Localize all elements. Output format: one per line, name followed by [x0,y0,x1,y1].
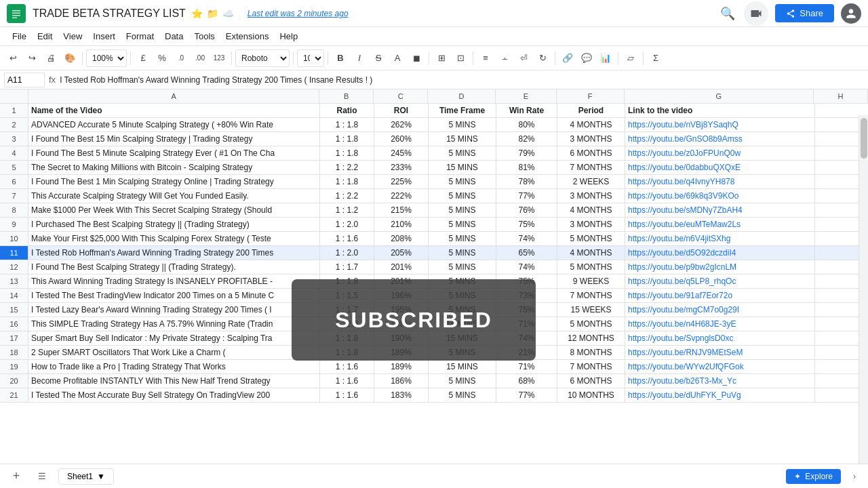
cell-g[interactable]: https://youtu.be/b26T3-Mx_Yc [625,374,815,388]
meet-button[interactable] [744,1,768,26]
font-select[interactable]: Roboto Arial [235,49,290,67]
cell-d[interactable]: 5 MINS [429,203,496,217]
table-row[interactable]: 3 I Found The Best 15 Min Scalping Strat… [0,132,868,146]
cell-a[interactable]: Super Smart Buy Sell Indicator : My Priv… [28,331,320,345]
video-link[interactable]: https://youtu.be/p9bw2gIcnLM [628,262,736,272]
cell-a[interactable]: I Tested Lazy Bear's Award Winning Tradi… [28,303,320,317]
cell-e[interactable]: 78% [496,175,557,188]
menu-data[interactable]: Data [159,28,189,44]
cloud-icon[interactable]: ☁️ [222,8,234,19]
cell-a[interactable]: How to Trade like a Pro | Trading Strate… [28,360,320,373]
cell-d[interactable]: 5 MINS [429,388,496,402]
cell-f[interactable]: 15 WEEKS [557,303,625,317]
cell-b[interactable]: 1 : 1.8 [320,175,374,188]
cell-g[interactable]: https://youtu.be/sMDNy7ZbAH4 [625,203,815,217]
cell-f[interactable]: 9 WEEKS [557,274,625,288]
cell-c[interactable]: 201% [374,260,429,274]
functions-button[interactable]: Σ [647,49,665,67]
bold-button[interactable]: B [332,49,349,67]
video-link[interactable]: https://youtu.be/GnSO8b9Amss [628,134,743,144]
cell-g[interactable]: https://youtu.be/q4IvnyYH878 [625,175,815,188]
cell-g[interactable]: https://youtu.be/euMTeMaw2Ls [625,218,815,231]
percent-button[interactable]: % [153,49,171,67]
cell-g[interactable]: https://youtu.be/z0JoFPUnQ0w [625,146,815,160]
cell-c[interactable]: 208% [374,232,429,245]
col-header-b[interactable]: B [319,89,374,103]
align-v-button[interactable]: ⫠ [496,49,513,67]
sheet-tab[interactable]: Sheet1 ▼ [58,468,114,485]
col-header-a[interactable]: A [28,89,319,103]
menu-view[interactable]: View [58,28,87,44]
cell-a[interactable]: I Tested The Most Accurate Buy Sell Stra… [28,388,320,402]
table-row[interactable]: 11 I Tested Rob Hoffman's Award Winning … [0,246,868,260]
col-header-d[interactable]: D [428,89,496,103]
menu-edit[interactable]: Edit [32,28,58,44]
cell-b[interactable]: 1 : 1.8 [320,146,374,160]
menu-insert[interactable]: Insert [87,28,121,44]
cell-f[interactable]: 3 MONTHS [557,189,625,203]
cell-c[interactable]: 245% [374,146,429,160]
cell-f[interactable]: 5 MONTHS [557,260,625,274]
table-row[interactable]: 5 The Secret to Making Millions with Bit… [0,161,868,175]
cell-g[interactable]: https://youtu.be/n4H68JE-3yE [625,317,815,331]
cell-b[interactable]: 1 : 1.6 [320,388,374,402]
cell-b[interactable]: 1 : 1.8 [320,118,374,131]
cell-g[interactable]: https://youtu.be/RNJV9MEtSeM [625,346,815,359]
cell-c[interactable]: 222% [374,189,429,203]
menu-format[interactable]: Format [121,28,159,44]
cell-c[interactable]: 205% [374,246,429,260]
cell-a[interactable]: I Found The Best Scalping Strategy || (T… [28,260,320,274]
cell-d[interactable]: 15 MINS [429,360,496,373]
cell-e[interactable]: 65% [496,246,557,260]
chart-button[interactable]: 📊 [597,49,614,67]
cell-e[interactable]: 82% [496,132,557,146]
cell-g[interactable]: https://youtu.be/q5LP8_rhqOc [625,274,815,288]
cell-d[interactable]: 15 MINS [429,161,496,174]
cell-e[interactable]: 81% [496,161,557,174]
zoom-select[interactable]: 100% 75% 125% [86,49,127,67]
table-row[interactable]: 20 Become Profitable INSTANTLY With This… [0,374,868,388]
table-row[interactable]: 12 I Found The Best Scalping Strategy ||… [0,260,868,274]
video-link[interactable]: https://youtu.be/d5O92dczdiI4 [628,248,736,258]
table-row[interactable]: 2 ADVANCED Accurate 5 Minute Scalping St… [0,118,868,132]
cell-c[interactable]: 225% [374,175,429,188]
font-size-select[interactable]: 10 12 14 [297,49,324,67]
borders-button[interactable]: ⊞ [433,49,450,67]
video-link[interactable]: https://youtu.be/sMDNy7ZbAH4 [628,205,743,215]
col-header-c[interactable]: C [374,89,428,103]
menu-help[interactable]: Help [274,28,303,44]
table-row[interactable]: 7 This Accurate Scalping Strategy Will G… [0,189,868,203]
cell-f[interactable]: 7 MONTHS [557,289,625,302]
table-row[interactable]: 10 Make Your First $25,000 With This Sca… [0,232,868,246]
cell-a[interactable]: This SIMPLE Trading Strategy Has A 75.79… [28,317,320,331]
cell-a[interactable]: Make Your First $25,000 With This Scalpi… [28,232,320,245]
cell-f[interactable]: 2 WEEKS [557,175,625,188]
redo-button[interactable]: ↪ [23,49,41,67]
table-row[interactable]: 6 I Found The Best 1 Min Scalping Strate… [0,175,868,189]
cell-g[interactable]: https://youtu.be/dUhFYK_PuVg [625,388,815,402]
cell-f[interactable]: 6 MONTHS [557,374,625,388]
cell-a[interactable]: Make $1000 Per Week With This Secret Sca… [28,203,320,217]
cell-f[interactable]: 12 MONTHS [557,331,625,345]
search-button[interactable]: 🔍 [718,4,737,23]
menu-tools[interactable]: Tools [189,28,220,44]
cell-e[interactable]: 76% [496,203,557,217]
cell-e[interactable]: 77% [496,189,557,203]
table-row[interactable]: 4 I Found The Best 5 Minute Scalping Str… [0,146,868,161]
add-sheet-button[interactable]: + [7,467,26,486]
italic-button[interactable]: I [351,49,368,67]
fill-color-button[interactable]: ◼ [408,49,425,67]
cell-b[interactable]: 1 : 2.0 [320,246,374,260]
video-link[interactable]: https://youtu.be/69k8q3V9KOo [628,191,738,201]
cell-c[interactable]: 260% [374,132,429,146]
video-link[interactable]: https://youtu.be/SvpnglsD0xc [628,333,733,343]
strikethrough-button[interactable]: S [370,49,387,67]
cell-b[interactable]: 1 : 2.2 [320,161,374,174]
cell-d[interactable]: 5 MINS [429,246,496,260]
menu-file[interactable]: File [7,28,32,44]
video-link[interactable]: https://youtu.be/0dabbuQXQxE [628,163,741,172]
cell-f[interactable]: 4 MONTHS [557,203,625,217]
cell-f[interactable]: 5 MONTHS [557,317,625,331]
cell-c[interactable]: 189% [374,360,429,373]
text-color-button[interactable]: A [389,49,406,67]
